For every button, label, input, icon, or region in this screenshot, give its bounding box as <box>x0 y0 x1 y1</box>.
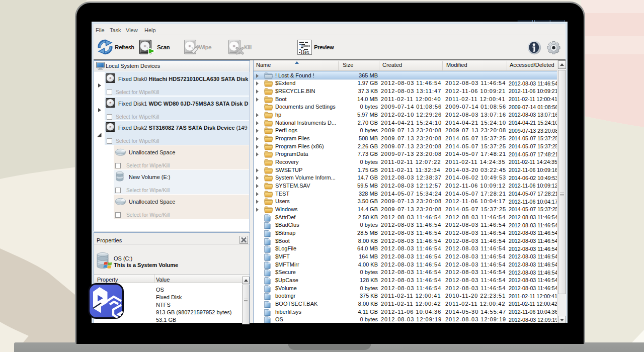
svg-text:Hex: Hex <box>301 49 309 54</box>
